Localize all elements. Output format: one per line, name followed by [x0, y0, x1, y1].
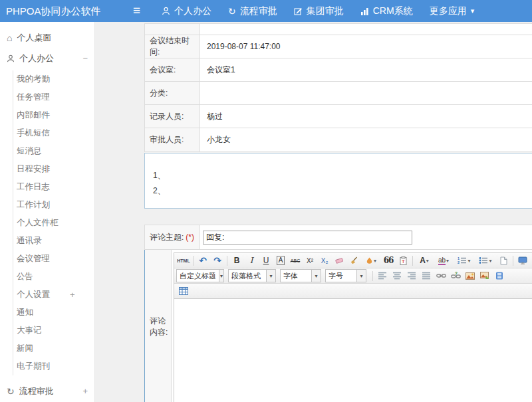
nav-personal-office[interactable]: 个人办公	[162, 0, 211, 22]
nav-crm[interactable]: CRM系统	[360, 0, 413, 22]
font-name-button[interactable]: A	[274, 254, 287, 267]
sidebar-item-meeting-management[interactable]: 会议管理	[17, 250, 94, 268]
unlink-icon: ?	[451, 272, 461, 280]
sidebar-item-personal-desktop[interactable]: ⌂ 个人桌面	[0, 27, 94, 48]
align-justify-button[interactable]	[420, 270, 433, 282]
table-row-meeting-end-time: 会议结束时间: 2019-08-07 11:47:00	[145, 35, 532, 58]
person-icon	[162, 7, 170, 15]
sidebar-item-news[interactable]: 新闻	[17, 340, 94, 357]
screenshot-button[interactable]	[478, 270, 491, 282]
sidebar-item-workflow-approval[interactable]: ↻ 流程审批 +	[0, 381, 94, 401]
undo-icon[interactable]: ↶	[196, 254, 209, 267]
row-label: 记录人员:	[145, 105, 200, 128]
row-value: 小龙女	[200, 128, 532, 151]
blockquote-button[interactable]: 66	[382, 254, 395, 267]
insert-image-button[interactable]	[464, 270, 477, 282]
sidebar-item-label: 公告	[17, 268, 33, 286]
align-right-button[interactable]	[405, 270, 418, 282]
sidebar-item-task-management[interactable]: 任务管理	[17, 88, 94, 106]
underline-button[interactable]: U	[259, 254, 273, 267]
clean-format-button[interactable]	[347, 254, 360, 267]
row-value	[200, 82, 532, 104]
expand-plus-icon[interactable]: +	[70, 286, 75, 304]
insert-link-button[interactable]	[434, 270, 448, 282]
font-size-select[interactable]: 字号 ▾	[325, 269, 366, 282]
sidebar-item-work-log[interactable]: 工作日志	[17, 178, 94, 196]
align-left-button[interactable]	[376, 270, 389, 282]
remove-link-button[interactable]: ?	[449, 270, 462, 282]
sidebar-item-personal-office[interactable]: 个人办公 −	[0, 48, 94, 68]
insert-media-button[interactable]	[493, 270, 506, 282]
expand-plus-icon[interactable]: +	[82, 386, 88, 396]
font-color-button[interactable]: A ▾	[416, 254, 433, 267]
align-left-icon	[378, 272, 387, 280]
sidebar-item-memorabilia[interactable]: 大事记	[17, 322, 94, 340]
row-value: 2019-08-07 11:47:00	[200, 35, 532, 58]
select-value: 段落格式	[229, 271, 266, 281]
clipboard-icon: T	[399, 256, 408, 265]
toolbar-separator	[193, 256, 194, 266]
sidebar-item-label: 电子期刊	[17, 357, 50, 375]
top-navigation-bar: PHPOA协同办公软件 ≡ 个人办公 ↻ 流程审批 集团审批 CRM系统 更多应…	[0, 0, 532, 22]
ordered-list-button[interactable]: 12 ▾	[454, 254, 474, 267]
subscript-button[interactable]: X₂	[318, 254, 331, 267]
sidebar-item-mobile-sms[interactable]: 手机短信	[17, 124, 94, 142]
meeting-content-box: 1、 2、	[144, 153, 532, 209]
sidebar-item-my-attendance[interactable]: 我的考勤	[17, 70, 94, 88]
sidebar-item-label: 短消息	[17, 142, 42, 160]
sidebar-item-e-journal[interactable]: 电子期刊	[17, 357, 94, 375]
sidebar-item-contacts[interactable]: 通讯录	[17, 232, 94, 250]
collapse-minus-icon[interactable]: −	[82, 53, 88, 63]
row-label: 会议室:	[145, 58, 200, 81]
redo-icon[interactable]: ↷	[211, 254, 224, 267]
screenshot-icon	[480, 272, 489, 280]
sidebar-item-announcement[interactable]: 公告	[17, 268, 94, 286]
row-label: 分类:	[145, 82, 200, 104]
sidebar-item-personal-file-cabinet[interactable]: 个人文件柜	[17, 214, 94, 232]
hamburger-menu-icon[interactable]: ≡	[133, 0, 140, 21]
comment-subject-input[interactable]	[203, 231, 412, 245]
strikethrough-button[interactable]: ABC	[289, 254, 302, 267]
paste-from-word-button[interactable]: T	[396, 254, 410, 267]
new-page-button[interactable]	[497, 254, 510, 267]
sidebar-item-schedule[interactable]: 日程安排	[17, 160, 94, 178]
italic-button[interactable]: I	[245, 254, 258, 267]
unordered-list-button[interactable]: ▾	[475, 254, 495, 267]
bold-button[interactable]: B	[230, 254, 243, 267]
nav-workflow-approval[interactable]: ↻ 流程审批	[228, 0, 277, 22]
sidebar-item-short-message[interactable]: 短消息	[17, 142, 94, 160]
highlight-color-button[interactable]: ab ▾	[434, 254, 453, 267]
superscript-button[interactable]: X²	[303, 254, 317, 267]
bar-chart-icon	[360, 7, 369, 15]
editor-body[interactable]	[174, 299, 532, 402]
table-row-recorder: 记录人员: 杨过	[145, 105, 532, 128]
nav-label: 个人办公	[174, 5, 211, 17]
sidebar-item-internal-mail[interactable]: 内部邮件	[17, 106, 94, 124]
boxed-a-icon: A	[277, 256, 285, 265]
nav-more-apps[interactable]: 更多应用 ▾	[430, 0, 475, 22]
heading-select[interactable]: 自定义标题 ▾	[176, 269, 224, 282]
nav-group-approval[interactable]: 集团审批	[294, 0, 344, 22]
sidebar-item-personal-settings[interactable]: 个人设置 +	[17, 286, 94, 304]
sidebar-item-work-plan[interactable]: 工作计划	[17, 196, 94, 214]
caret-down-icon: ▾	[471, 7, 475, 15]
fullscreen-button[interactable]	[516, 254, 529, 267]
sidebar-item-label: 内部邮件	[17, 106, 50, 124]
sidebar-item-label: 新闻	[17, 340, 33, 357]
editor-toolbar-row2: 自定义标题 ▾ 段落格式 ▾ 字体 ▾ 字号 ▾	[174, 268, 532, 284]
format-painter-button[interactable]: ▾	[362, 254, 380, 267]
toolbar-separator	[513, 256, 513, 266]
font-family-select[interactable]: 字体 ▾	[280, 269, 321, 282]
sidebar-item-notice[interactable]: 通知	[17, 304, 94, 322]
row-value: 杨过	[200, 105, 532, 128]
paragraph-format-select[interactable]: 段落格式 ▾	[228, 269, 276, 282]
align-center-button[interactable]	[390, 270, 404, 282]
top-nav: 个人办公 ↻ 流程审批 集团审批 CRM系统 更多应用 ▾	[162, 0, 474, 22]
insert-table-button[interactable]	[177, 285, 190, 298]
sidebar-item-label: 大事记	[17, 322, 42, 340]
row-label: 评论主题: (*)	[145, 225, 200, 249]
image-icon	[466, 272, 475, 280]
media-icon	[495, 272, 503, 280]
remove-format-button[interactable]	[332, 254, 346, 267]
html-source-button[interactable]: HTML	[177, 254, 190, 267]
